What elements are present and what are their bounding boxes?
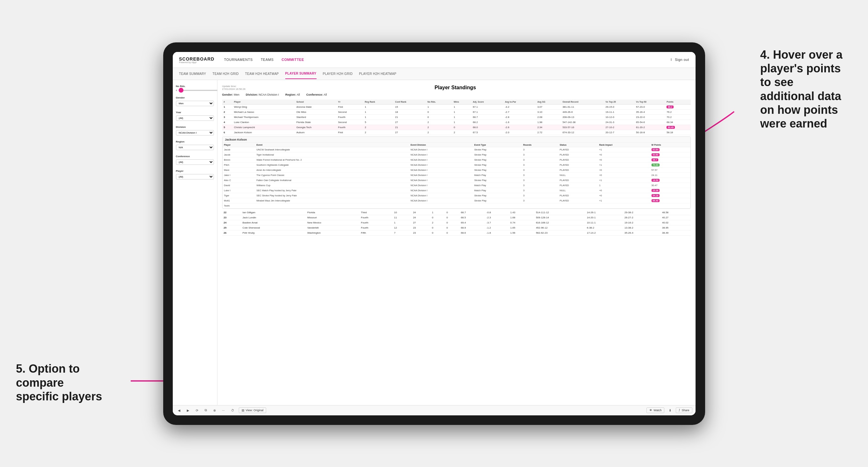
sidebar-conference-label: Conference bbox=[176, 155, 214, 158]
region-select[interactable]: N/A bbox=[176, 145, 214, 150]
update-time-area: Update time: 27/01/2024 16:56:26 bbox=[222, 85, 245, 91]
table-row: 6 Jackson Kolson Auburn First 2 27 2 2 6… bbox=[222, 130, 691, 135]
tooltip-row: Jake IThe Cypress Point ClassicNCAA Divi… bbox=[222, 173, 690, 178]
app-logo: SCOREBOARD bbox=[179, 56, 215, 62]
tooltip-row: Mott1Mirabel Maui Jim IntercollegiateNCA… bbox=[222, 198, 690, 203]
tooltip-row: Teehi bbox=[222, 203, 690, 208]
th-reg-rank: Reg Rank bbox=[363, 99, 393, 104]
sub-nav-player-h2h-heatmap[interactable]: PLAYER H2H HEATMAP bbox=[359, 69, 396, 79]
th-points: Points bbox=[665, 99, 690, 104]
nav-committee[interactable]: COMMITTEE bbox=[281, 58, 304, 62]
copy-button[interactable]: ⧉ bbox=[203, 407, 209, 413]
th-yr: Yr bbox=[337, 99, 363, 104]
table-row: 24 Bastien Amat New Mexico Fourth 1 27 2… bbox=[222, 220, 691, 225]
tooltip-row: PitchSouthern Highlands CollegiateNCAA D… bbox=[222, 162, 690, 167]
tooltip-row: DavidWilliams CupNCAA Division IMatch Pl… bbox=[222, 183, 690, 188]
back-button[interactable]: ◀ bbox=[176, 408, 182, 413]
refresh-button[interactable]: ⟳ bbox=[194, 408, 200, 413]
annotation-hover-points: 4. Hover over a player's points to see a… bbox=[760, 48, 842, 130]
share-icon: ⤴ bbox=[679, 409, 680, 412]
table-row: 3 Michael Thorbjornsen Stanford Fourth 1… bbox=[222, 115, 691, 120]
view-original-button[interactable]: ▤ View: Original bbox=[239, 407, 266, 413]
table-row: 22 Ian Gilligan Florida Third 10 24 1 0 … bbox=[222, 210, 691, 215]
nav-right: I Sign out bbox=[671, 58, 689, 62]
sidebar-conference-section: Conference (All) bbox=[176, 155, 214, 165]
sidebar: No Rds. 4 52 Gender Men Year bbox=[173, 80, 217, 405]
tooltip-row: JacobUNCW Seahawk IntercollegiateNCAA Di… bbox=[222, 147, 690, 152]
watch-button[interactable]: 👁 Watch bbox=[647, 407, 664, 413]
table-row: 5 Christo Lamprecht Georgia Tech Fourth … bbox=[222, 125, 691, 130]
annotation-compare-players: 5. Option to compare specific players bbox=[16, 362, 102, 403]
paste-button[interactable]: ⊕ bbox=[211, 408, 218, 413]
standings-table: # Player School Yr Reg Rank Conf Rank No… bbox=[222, 99, 691, 135]
slider-row: 4 52 bbox=[176, 89, 214, 92]
th-avg-par: Avg to-Par bbox=[503, 99, 536, 104]
watch-label: Watch bbox=[653, 409, 661, 412]
sub-nav-team-h2h-grid[interactable]: TEAM H2H GRID bbox=[213, 69, 239, 79]
sidebar-year-section: Year (All) bbox=[176, 111, 214, 121]
player-select[interactable]: (All) bbox=[176, 174, 214, 180]
no-rds-slider[interactable] bbox=[179, 90, 220, 91]
share-button[interactable]: ⤴ Share bbox=[676, 407, 692, 413]
sub-nav-team-summary[interactable]: TEAM SUMMARY bbox=[179, 69, 206, 79]
download-button[interactable]: ⬇ bbox=[667, 408, 673, 413]
tooltip-section: Jackson Kolson Player Event Event Divisi… bbox=[222, 136, 691, 209]
slider-min: 4 bbox=[176, 89, 177, 92]
nav-links: TOURNAMENTS TEAMS COMMITTEE bbox=[224, 58, 671, 62]
th-no-rds: No Rds. bbox=[426, 99, 452, 104]
conference-select[interactable]: (All) bbox=[176, 159, 214, 165]
division-select[interactable]: NCAA Division I bbox=[176, 130, 214, 135]
tablet-screen: SCOREBOARD Powered by clippi TOURNAMENTS… bbox=[173, 52, 695, 415]
sidebar-region-section: Region N/A bbox=[176, 140, 214, 150]
sidebar-no-rds-section: No Rds. 4 52 bbox=[176, 85, 214, 92]
more-button[interactable]: ··· bbox=[220, 408, 227, 413]
sidebar-year-label: Year bbox=[176, 111, 214, 114]
th-wins: Wins bbox=[452, 99, 471, 104]
sidebar-player-label: Player bbox=[176, 169, 214, 173]
sub-nav-team-h2h-heatmap[interactable]: TEAM H2H HEATMAP bbox=[245, 69, 279, 79]
sidebar-player-section: Player (All) bbox=[176, 169, 214, 180]
standings-title: Player Standings bbox=[245, 85, 665, 91]
nav-teams[interactable]: TEAMS bbox=[261, 58, 274, 62]
th-vs-top50: Vs Top 50 bbox=[634, 99, 665, 104]
th-adj-score: Adj. Score bbox=[471, 99, 503, 104]
table-row: 26 Petr Hruby Washington Fifth 7 23 0 0 … bbox=[222, 230, 691, 235]
tooltip-row: Alex CFallen Oak Collegiate Invitational… bbox=[222, 178, 690, 183]
tooltip-header: Jackson Kolson bbox=[222, 137, 690, 143]
th-overall-record: Overall Record bbox=[561, 99, 604, 104]
filter-gender: Gender: Men bbox=[222, 93, 240, 96]
filter-division: Division: NCAA Division I bbox=[246, 93, 279, 96]
filter-region: Region: All bbox=[285, 93, 300, 96]
th-num: # bbox=[222, 99, 233, 104]
sub-nav-player-h2h-grid[interactable]: PLAYER H2H GRID bbox=[323, 69, 353, 79]
table-row: 23 Jack Lundin Missouri Fourth 11 24 0 0… bbox=[222, 215, 691, 220]
gender-select[interactable]: Men bbox=[176, 101, 214, 106]
nav-bar: SCOREBOARD Powered by clippi TOURNAMENTS… bbox=[173, 52, 695, 68]
eye-icon: 👁 bbox=[649, 409, 652, 412]
table-row: 25 Cole Sherwood Vanderbilt Fourth 12 23… bbox=[222, 225, 691, 230]
filter-conference: Conference: All bbox=[306, 93, 327, 96]
update-time-label: Update time: bbox=[222, 85, 245, 88]
nav-tournaments[interactable]: TOURNAMENTS bbox=[224, 58, 253, 62]
tooltip-row: JacobTiger InvitationalNCAA Division ISt… bbox=[222, 152, 690, 157]
clock-button[interactable]: ⏱ bbox=[229, 408, 236, 413]
th-player: Player bbox=[232, 99, 295, 104]
tablet-frame: SCOREBOARD Powered by clippi TOURNAMENTS… bbox=[163, 42, 705, 425]
view-icon: ▤ bbox=[242, 409, 245, 412]
table-row: 2 Michael La Sasso Ole Miss Second 1 18 … bbox=[222, 110, 691, 115]
forward-button[interactable]: ▶ bbox=[185, 408, 191, 413]
content-panel: Update time: 27/01/2024 16:56:26 Player … bbox=[217, 80, 695, 405]
sub-nav-player-summary[interactable]: PLAYER SUMMARY bbox=[285, 68, 316, 79]
th-avg-sg: Avg SG bbox=[536, 99, 561, 104]
update-time-value: 27/01/2024 16:56:26 bbox=[222, 88, 245, 91]
tooltip-row: Luke ISEC Match Play hosted by Jerry Pat… bbox=[222, 188, 690, 193]
nav-sign-out[interactable]: Sign out bbox=[675, 58, 689, 62]
year-select[interactable]: (All) bbox=[176, 115, 214, 121]
filter-row: Gender: Men Division: NCAA Division I Re… bbox=[222, 93, 691, 96]
tooltip-table: Player Event Event Division Event Type R… bbox=[222, 143, 690, 209]
table-row: 1 Wenyi Ding Arizona State First 1 15 1 … bbox=[222, 104, 691, 110]
nav-separator: I bbox=[671, 58, 672, 62]
logo-area: SCOREBOARD Powered by clippi bbox=[179, 56, 215, 63]
tooltip-row: TigerSEC Stroke Play hosted by Jerry Pat… bbox=[222, 193, 690, 198]
sidebar-gender-section: Gender Men bbox=[176, 96, 214, 106]
